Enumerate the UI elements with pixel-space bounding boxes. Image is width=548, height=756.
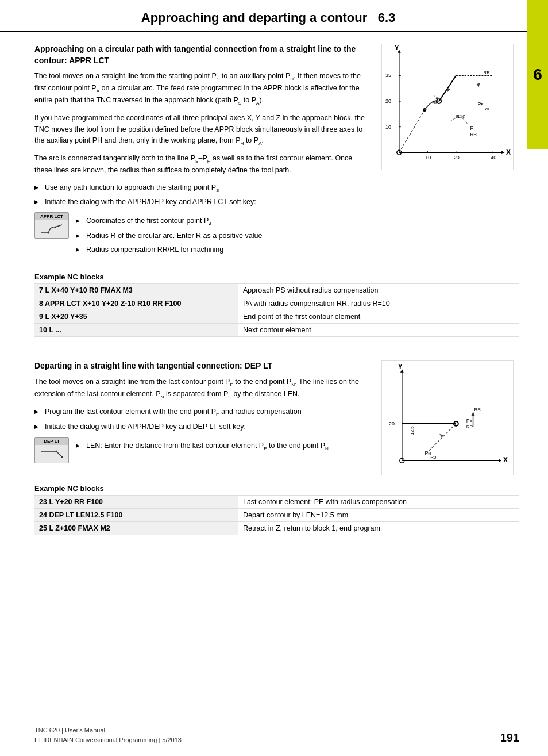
table-row: 23 L Y+20 RR F100 Last contour element: … [34, 496, 519, 509]
svg-marker-62 [439, 434, 443, 438]
nc-blocks-title-2: Example NC blocks [34, 484, 519, 493]
sub-bullet-item: LEN: Enter the distance from the last co… [76, 440, 329, 452]
svg-text:20: 20 [454, 155, 460, 160]
section-appr-lct-text: Approaching on a circular path with tang… [34, 44, 370, 266]
page-header: Approaching and departing a contour 6.3 [0, 0, 548, 32]
svg-text:PH: PH [470, 125, 477, 131]
section-appr-lct-para1: The tool moves on a straight line from t… [34, 71, 370, 107]
diagram-appr-lct: X Y 10 20 35 10 20 40 [381, 44, 519, 172]
nc-blocks-title-1: Example NC blocks [34, 273, 519, 281]
svg-text:20: 20 [385, 98, 391, 104]
nc-table-1: 7 L X+40 Y+10 R0 FMAX M3 Approach PS wit… [34, 283, 519, 337]
svg-text:Y: Y [395, 44, 399, 52]
svg-text:10: 10 [385, 124, 391, 130]
diagram-svg-appr-lct: X Y 10 20 35 10 20 40 [381, 44, 514, 170]
svg-line-23 [399, 110, 425, 152]
svg-text:R10: R10 [456, 114, 465, 120]
svg-text:PE: PE [466, 418, 473, 424]
svg-text:PA: PA [432, 94, 438, 100]
section-appr-lct-para3: The arc is connected tangentially both t… [34, 153, 370, 176]
main-content: Approaching on a circular path with tang… [0, 44, 548, 561]
svg-marker-6 [501, 151, 504, 154]
table-row: 10 L ... Next contour element [34, 324, 519, 337]
svg-text:X: X [503, 456, 508, 465]
diagram-dep-lt: X Y 20 12.5 PE RR RR [381, 360, 519, 477]
section-dep-lt-bullets: Program the last contour element with th… [34, 406, 370, 432]
page-footer: TNC 620 | User's Manual HEIDENHAIN Conve… [34, 722, 519, 745]
softkey-label: APPR LCT [35, 213, 68, 220]
svg-text:X: X [506, 148, 511, 156]
sub-bullet-item: Radius R of the circular arc. Enter R as… [76, 231, 262, 241]
nc-desc: Last contour element: PE with radius com… [238, 496, 519, 509]
bullet-item: Initiate the dialog with the APPR/DEP ke… [34, 421, 370, 432]
svg-text:RR: RR [474, 408, 481, 413]
section-appr-lct-title: Approaching on a circular path with tang… [34, 44, 370, 66]
svg-point-41 [61, 456, 63, 458]
table-row: 8 APPR LCT X+10 Y+20 Z-10 R10 RR F100 PA… [34, 297, 519, 310]
softkey-dep-lt: DEP LT [34, 437, 69, 463]
svg-marker-36 [477, 83, 480, 87]
nc-code: 24 DEP LT LEN12.5 F100 [34, 509, 238, 522]
nc-desc: Approach PS without radius compensation [238, 284, 519, 297]
svg-text:RR: RR [470, 132, 477, 137]
nc-desc: Depart contour by LEN=12.5 mm [238, 509, 519, 522]
footer-line2: HEIDENHAIN Conversational Programming | … [34, 735, 182, 745]
svg-text:RR: RR [432, 100, 439, 105]
section-dep-lt-para1: The tool moves on a straight line from t… [34, 377, 370, 401]
svg-line-58 [427, 424, 456, 452]
svg-line-39 [56, 451, 62, 457]
section-dep-lt-text: Departing in a straight line with tangen… [34, 360, 370, 467]
svg-text:P5: P5 [478, 101, 484, 107]
nc-code: 8 APPR LCT X+10 Y+20 Z-10 R10 RR F100 [34, 297, 238, 310]
nc-code: 25 L Z+100 FMAX M2 [34, 522, 238, 535]
section-appr-lct-para2: If you have programmed the coordinates o… [34, 113, 370, 147]
section-dep-lt: Departing in a straight line with tangen… [34, 360, 519, 535]
footer-left: TNC 620 | User's Manual HEIDENHAIN Conve… [34, 726, 182, 745]
chapter-tab: 6 [527, 0, 548, 149]
svg-text:20: 20 [389, 421, 395, 427]
section-dep-lt-title: Departing in a straight line with tangen… [34, 360, 370, 372]
svg-text:12.5: 12.5 [410, 426, 415, 435]
footer-line1: TNC 620 | User's Manual [34, 726, 182, 735]
softkey-icon [35, 220, 68, 238]
nc-code: 10 L ... [34, 324, 238, 337]
nc-desc: PA with radius compensation RR, radius R… [238, 297, 519, 310]
svg-marker-44 [499, 459, 501, 463]
bullet-item: Initiate the dialog with the APPR/DEP ke… [34, 197, 370, 208]
section-appr-lct-bullets: Use any path function to approach the st… [34, 182, 370, 208]
svg-point-40 [56, 451, 57, 452]
section-appr-lct-sub-bullets: Coordinates of the first contour point P… [76, 216, 262, 258]
softkey-dep-lt-row: DEP LT LEN: Enter the distance from the … [34, 437, 370, 463]
chapter-number: 6 [533, 66, 542, 84]
bullet-item: Program the last contour element with th… [34, 406, 370, 419]
page-number: 191 [500, 731, 519, 745]
table-row: 7 L X+40 Y+10 R0 FMAX M3 Approach PS wit… [34, 284, 519, 297]
section-dep-lt-sub-bullets: LEN: Enter the distance from the last co… [76, 440, 329, 455]
table-row: 24 DEP LT LEN12.5 F100 Depart contour by… [34, 509, 519, 522]
section-appr-lct-layout: Approaching on a circular path with tang… [34, 44, 519, 266]
svg-text:10: 10 [425, 155, 431, 160]
nc-code: 23 L Y+20 RR F100 [34, 496, 238, 509]
svg-marker-55 [472, 413, 475, 416]
svg-text:Y: Y [398, 363, 403, 371]
nc-desc: Retract in Z, return to block 1, end pro… [238, 522, 519, 535]
svg-text:40: 40 [491, 155, 496, 160]
nc-desc: Next contour element [238, 324, 519, 337]
svg-point-3 [55, 226, 56, 228]
softkey-dep-lt-icon [35, 445, 68, 463]
svg-line-1 [55, 225, 62, 227]
svg-text:RR: RR [466, 424, 473, 429]
svg-point-2 [48, 232, 49, 233]
table-row: 9 L X+20 Y+35 End point of the first con… [34, 310, 519, 324]
softkey-appr-lct: APPR LCT [34, 212, 69, 239]
nc-code: 7 L X+40 Y+10 R0 FMAX M3 [34, 284, 238, 297]
section-divider [34, 351, 519, 351]
softkey-appr-lct-row: APPR LCT C [34, 212, 370, 261]
nc-desc: End point of the first contour element [238, 310, 519, 324]
softkey-dep-lt-label: DEP LT [35, 438, 68, 445]
table-row: 25 L Z+100 FMAX M2 Retract in Z, return … [34, 522, 519, 535]
diagram-svg-dep-lt: X Y 20 12.5 PE RR RR [381, 360, 514, 475]
sub-bullet-item: Coordinates of the first contour point P… [76, 216, 262, 228]
bullet-item: Use any path function to approach the st… [34, 182, 370, 194]
svg-text:R0: R0 [483, 106, 489, 112]
